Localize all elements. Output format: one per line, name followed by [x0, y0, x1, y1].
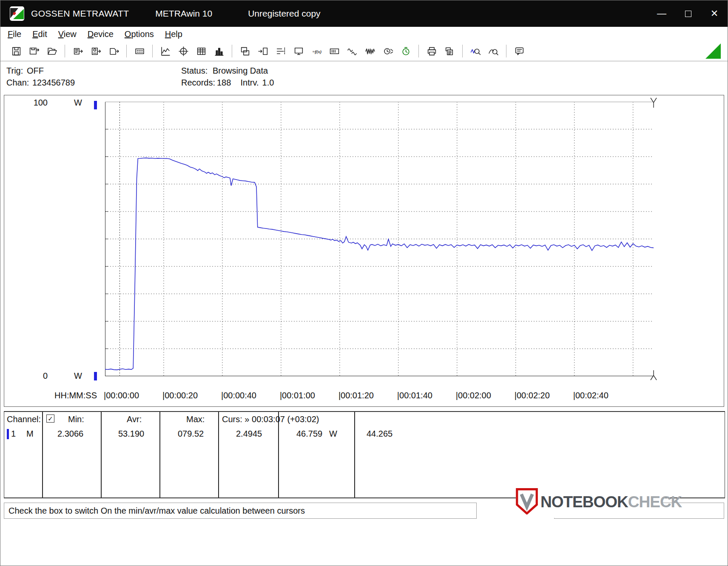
time-tick: |00:02:20	[515, 391, 550, 400]
menu-edit[interactable]: Edit	[27, 29, 52, 39]
menu-options[interactable]: Options	[119, 29, 159, 39]
save-as-button[interactable]	[26, 43, 42, 59]
menu-view[interactable]: View	[53, 29, 82, 39]
menu-help[interactable]: Help	[159, 29, 188, 39]
window-controls: — ✕	[648, 0, 728, 27]
bar-chart-icon	[214, 46, 225, 57]
table-view-button[interactable]	[193, 43, 209, 59]
annotation-icon	[514, 46, 525, 57]
import-device-button[interactable]	[255, 43, 271, 59]
app-title: METRAwin 10	[155, 9, 212, 19]
toolbar-separator	[232, 45, 232, 57]
status-triangle-icon	[705, 43, 721, 59]
channel-mode: M	[26, 429, 34, 439]
print-icon	[427, 46, 437, 57]
close-button[interactable]: ✕	[701, 0, 728, 27]
read-memory-icon	[73, 46, 83, 57]
device-display-icon	[329, 46, 340, 57]
remote-monitor-button[interactable]	[290, 43, 307, 59]
menu-file[interactable]: File	[2, 29, 27, 39]
menu-bar: FileEditViewDeviceOptionsHelp	[0, 27, 728, 41]
chart-area: 100 W 0 W HH:MM:SS |00:00:00|00:00:20|00…	[4, 95, 724, 407]
print-button[interactable]	[424, 43, 440, 59]
signal-split-button[interactable]	[344, 43, 360, 59]
intrv-label: Intrv.	[241, 78, 259, 87]
channel-list-button[interactable]	[273, 43, 289, 59]
cursor-header: Curs: » 00:03:07 (+03:02)	[222, 414, 319, 424]
toolbar: =f(x)	[0, 41, 728, 61]
device-display-button[interactable]	[326, 43, 342, 59]
annotation-button[interactable]	[511, 43, 527, 59]
time-axis-label: HH:MM:SS	[54, 391, 97, 400]
status-value: Browsing Data	[213, 66, 268, 75]
channel-number: 1	[11, 429, 16, 439]
open-icon	[47, 46, 57, 57]
power-trace	[105, 158, 654, 370]
y-axis-min-label: 0	[31, 371, 48, 381]
scope-view-button[interactable]	[175, 43, 191, 59]
print-preview-icon	[444, 46, 455, 57]
delta-value: 44.265	[367, 429, 392, 439]
open-button[interactable]	[44, 43, 60, 59]
recording-status-info: Status:Browsing Data Records:188 Intrv.1…	[181, 65, 274, 89]
line-chart-icon	[160, 46, 171, 57]
records-label: Records:	[181, 77, 217, 89]
maximize-button[interactable]	[675, 0, 701, 27]
export-window-button[interactable]	[237, 43, 253, 59]
intrv-value: 1.0	[262, 78, 274, 87]
trig-label: Trig:	[6, 65, 27, 77]
formula-button[interactable]: =f(x)	[308, 43, 324, 59]
time-tick: |00:00:40	[221, 391, 256, 400]
bar-chart-button[interactable]	[211, 43, 227, 59]
toolbar-separator	[152, 45, 153, 57]
table-view-icon	[196, 46, 207, 57]
read-card-icon	[108, 46, 119, 57]
table-divider	[354, 412, 355, 497]
save-button[interactable]	[8, 43, 24, 59]
read-memory-button[interactable]	[70, 43, 86, 59]
timer-icon	[401, 46, 411, 57]
menu-device[interactable]: Device	[82, 29, 119, 39]
print-preview-button[interactable]	[441, 43, 458, 59]
channel-header: Channel:	[7, 414, 41, 424]
checkmark-icon: ✓	[48, 415, 53, 423]
channel-range-marker-top	[94, 101, 97, 109]
numeric-display-button[interactable]	[131, 43, 148, 59]
app-logo-icon	[10, 6, 24, 21]
import-device-icon	[258, 46, 268, 57]
toolbar-separator	[418, 45, 419, 57]
zoom-signal-icon	[470, 46, 481, 57]
time-sync-button[interactable]	[380, 43, 396, 59]
cursor2-value: 46.759	[296, 429, 322, 439]
formula-icon: =f(x)	[311, 46, 322, 57]
minmax-checkbox[interactable]: ✓	[46, 414, 54, 423]
timer-button[interactable]	[398, 43, 414, 59]
read-card-button[interactable]	[105, 43, 122, 59]
max-value: 079.52	[178, 429, 204, 439]
avr-value: 53.190	[118, 429, 144, 439]
zoom-signal-button[interactable]	[467, 43, 483, 59]
table-divider	[101, 412, 102, 497]
toolbar-separator	[65, 45, 65, 57]
waveform-button[interactable]	[362, 43, 378, 59]
plot-region[interactable]	[105, 102, 654, 376]
max-header: Max:	[186, 414, 205, 424]
cursor1-value: 2.4945	[236, 429, 262, 439]
license-note: Unregistered copy	[248, 9, 320, 19]
hint-text: Check the box to switch On the min/avr/m…	[9, 506, 305, 516]
minimize-button[interactable]: —	[648, 0, 675, 27]
remote-monitor-icon	[293, 46, 304, 57]
read-multimeter-button[interactable]	[88, 43, 104, 59]
save-icon	[11, 46, 22, 57]
export-window-icon	[240, 46, 250, 57]
y-axis-max-label: 100	[31, 98, 48, 108]
numeric-display-icon	[134, 46, 145, 57]
time-tick: |00:01:20	[338, 391, 374, 400]
table-divider	[159, 412, 160, 497]
line-chart-button[interactable]	[157, 43, 173, 59]
time-tick: |00:00:20	[162, 391, 198, 400]
chan-value: 123456789	[32, 78, 75, 87]
zoom-trace-button[interactable]	[485, 43, 501, 59]
channel-color-marker	[7, 429, 9, 439]
scope-view-icon	[178, 46, 189, 57]
